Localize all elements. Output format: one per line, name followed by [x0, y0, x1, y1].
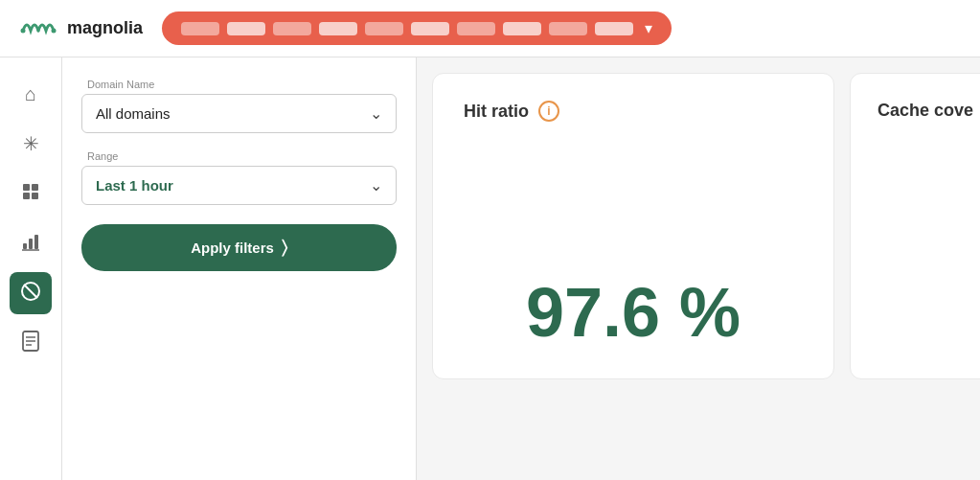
domain-value: All domains [96, 105, 171, 122]
range-prefix: Last [96, 177, 129, 194]
sidebar: ⌂ ✳ [0, 57, 62, 480]
sidebar-item-asterisk[interactable]: ✳ [10, 123, 52, 165]
nav-pill-item [457, 22, 495, 35]
cache-coverage-card: Cache cove [850, 73, 980, 379]
svg-rect-5 [32, 193, 38, 199]
nav-pill-item [411, 22, 449, 35]
range-suffix: hour [137, 177, 173, 194]
range-chevron-icon: ⌄ [370, 176, 382, 194]
sidebar-item-grid[interactable] [10, 172, 52, 215]
range-value: Last 1 hour [96, 177, 173, 194]
block-icon [20, 281, 41, 307]
hit-ratio-card: Hit ratio i 97.6 % [432, 73, 834, 379]
nav-pill-item [549, 22, 587, 35]
hit-ratio-value: 97.6 % [464, 273, 803, 352]
sidebar-item-home[interactable]: ⌂ [10, 73, 52, 115]
home-icon: ⌂ [25, 83, 36, 105]
layout: ⌂ ✳ [0, 57, 980, 480]
sidebar-item-chart[interactable] [10, 222, 52, 264]
svg-point-0 [21, 29, 26, 34]
nav-pill-item [595, 22, 633, 35]
apply-filters-button[interactable]: Apply filters 〉 [81, 224, 397, 271]
svg-rect-3 [32, 184, 38, 191]
range-select[interactable]: Last 1 hour ⌄ [81, 166, 397, 205]
nav-pill-item [227, 22, 265, 35]
cache-coverage-title: Cache cove [877, 101, 975, 121]
logo-text: magnolia [67, 18, 143, 38]
nav-pill-item [319, 22, 357, 35]
range-label: Range [81, 149, 397, 162]
grid-icon [21, 182, 40, 206]
nav-pill[interactable]: ▾ [162, 11, 672, 45]
range-filter-group: Range Last 1 hour ⌄ [81, 149, 397, 205]
chevron-down-icon: ▾ [645, 19, 652, 37]
nav-pill-item [365, 22, 403, 35]
doc-icon [22, 331, 39, 356]
nav-pill-item [503, 22, 541, 35]
sidebar-item-doc[interactable] [10, 322, 52, 364]
svg-rect-7 [29, 239, 33, 249]
apply-filters-label: Apply filters [191, 240, 274, 256]
domain-label: Domain Name [81, 77, 397, 90]
hit-ratio-title: Hit ratio [464, 102, 529, 122]
domain-filter-group: Domain Name All domains ⌄ [81, 77, 397, 133]
svg-rect-2 [23, 184, 30, 191]
cursor-icon: 〉 [282, 238, 287, 258]
chart-icon [21, 232, 40, 256]
logo: magnolia [19, 11, 143, 45]
asterisk-icon: ✳ [23, 132, 39, 155]
domain-select[interactable]: All domains ⌄ [81, 94, 397, 133]
sidebar-item-block[interactable] [10, 272, 52, 314]
filter-panel: Domain Name All domains ⌄ Range Last 1 h… [62, 57, 417, 480]
svg-point-1 [52, 29, 57, 34]
svg-rect-6 [23, 243, 27, 249]
hit-ratio-header: Hit ratio i [464, 101, 803, 122]
nav-pill-items [181, 22, 633, 35]
main-content: Hit ratio i 97.6 % Cache cove [417, 57, 980, 480]
navbar: magnolia ▾ [0, 0, 980, 57]
svg-rect-8 [34, 235, 38, 249]
nav-pill-item [181, 22, 219, 35]
logo-icon [19, 11, 59, 45]
hit-ratio-info-icon[interactable]: i [538, 101, 559, 122]
svg-line-11 [24, 285, 37, 298]
nav-pill-item [273, 22, 311, 35]
domain-chevron-icon: ⌄ [370, 104, 382, 123]
svg-rect-4 [23, 193, 30, 199]
